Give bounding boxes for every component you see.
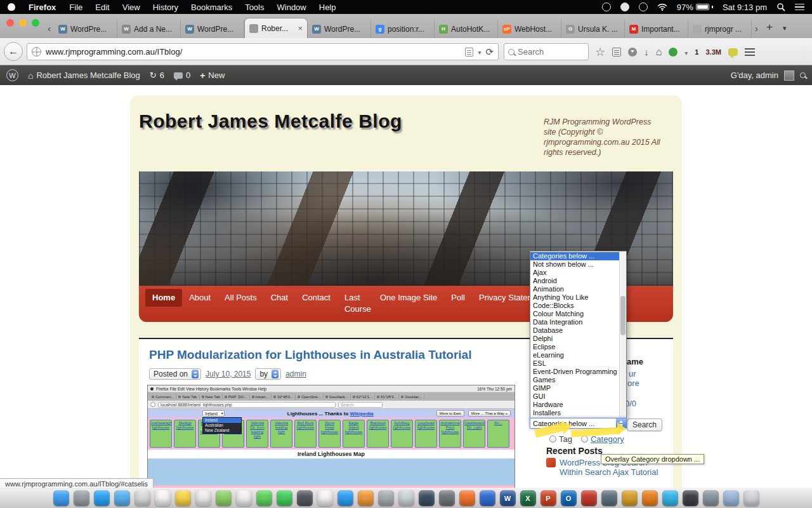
article-title[interactable]: PHP Modularization for Lighthouses in Au… (149, 348, 471, 362)
dock-icon-finder[interactable] (53, 490, 69, 506)
zoom-window-button[interactable] (32, 19, 39, 27)
dock-icon-outlook[interactable]: O (561, 490, 577, 506)
search-bar[interactable] (504, 43, 589, 60)
category-option[interactable]: Colour Matching (530, 310, 626, 318)
menubar-menu-item[interactable]: History (153, 3, 178, 12)
adminbar-search-icon[interactable] (800, 72, 806, 78)
category-option[interactable]: GIMP (530, 384, 626, 392)
dock-icon-photo-booth[interactable] (297, 490, 313, 506)
bookmark-star-icon[interactable] (595, 45, 605, 59)
nav-item[interactable]: Home (145, 289, 182, 307)
status-icon[interactable] (602, 3, 611, 11)
wifi-icon[interactable] (657, 3, 667, 11)
search-icon[interactable] (508, 49, 514, 55)
dock-icon-trash[interactable] (743, 490, 759, 506)
reader-mode-icon[interactable] (465, 48, 473, 57)
dock-icon-mysql[interactable] (622, 490, 638, 506)
browser-tab[interactable]: W Add a Ne... (117, 20, 181, 38)
nav-item[interactable]: All Posts (218, 289, 264, 307)
spotlight-icon[interactable] (776, 3, 785, 11)
site-title[interactable]: Robert James Metcalfe Blog (139, 110, 402, 132)
adminbar-greeting[interactable]: G'day, admin (731, 70, 778, 80)
menubar-menu-item[interactable]: Window (277, 3, 306, 12)
category-option[interactable]: Database (530, 326, 626, 335)
category-option[interactable]: eLearning (530, 351, 626, 359)
category-option[interactable]: Eclipse (530, 343, 626, 351)
firefox-menu-icon[interactable] (745, 48, 755, 56)
nav-item[interactable]: Poll (444, 289, 472, 307)
dropdown-scrollbar[interactable] (619, 251, 626, 418)
category-option[interactable]: Animation (530, 285, 626, 293)
url-text[interactable]: www.rjmprogramming.com.au/ITblog/ (46, 47, 461, 57)
menubar-menu-item[interactable]: View (122, 3, 140, 12)
back-button[interactable] (4, 42, 23, 61)
category-option[interactable]: Not shown below ... (530, 260, 626, 269)
dock-icon-time-machine[interactable] (419, 490, 435, 506)
reading-list-icon[interactable] (612, 48, 621, 57)
adminbar-new-button[interactable]: New (200, 70, 225, 81)
menubar-clock[interactable]: Sat 9:13 pm (723, 3, 767, 12)
dock-icon-messages[interactable] (256, 490, 272, 506)
dock-icon-itunes[interactable] (317, 490, 333, 506)
category-option[interactable]: Android (530, 277, 626, 285)
home-icon[interactable] (656, 46, 662, 58)
category-option[interactable]: GUI (530, 392, 626, 401)
dock-icon-facetime[interactable] (277, 490, 292, 506)
toolbar-caret-icon[interactable] (684, 46, 688, 58)
minimize-window-button[interactable] (19, 19, 27, 27)
downloads-icon[interactable] (644, 46, 649, 58)
category-option[interactable]: Anything You Like (530, 293, 626, 302)
dock-icon-vlc[interactable] (642, 490, 658, 506)
notification-center-icon[interactable] (795, 4, 804, 11)
post-author-link[interactable]: admin (285, 370, 306, 378)
dock-icon-firefox[interactable] (459, 490, 475, 506)
dock-icon-app-store[interactable] (337, 490, 353, 506)
url-bar[interactable]: www.rjmprogramming.com.au/ITblog/ (27, 43, 499, 60)
browser-tab[interactable]: W WordPre... (181, 20, 244, 38)
category-option[interactable]: Ajax (530, 269, 626, 277)
site-identity-globe-icon[interactable] (32, 47, 41, 57)
browser-tab[interactable]: g position:r... (371, 20, 435, 38)
dock-icon-activity-monitor[interactable] (703, 490, 719, 506)
dock-icon-github[interactable] (683, 490, 698, 506)
scroll-tabs-left-button[interactable] (44, 23, 54, 38)
category-option[interactable]: Games (530, 376, 626, 384)
wordpress-logo-icon[interactable] (6, 69, 18, 81)
dock-icon-excel[interactable]: X (520, 490, 536, 506)
menubar-menu-item[interactable]: Help (319, 3, 336, 12)
dock-icon-launchpad[interactable] (74, 490, 89, 506)
dock-icon-system-preferences[interactable] (378, 490, 394, 506)
dock-icon-contacts[interactable] (134, 490, 150, 506)
browser-tab[interactable]: M Important... (625, 20, 688, 38)
url-dropdown-icon[interactable] (478, 47, 481, 57)
nav-item[interactable]: About (182, 289, 218, 307)
radio-icon[interactable] (581, 436, 588, 443)
category-option[interactable]: Delphi (530, 335, 626, 343)
scrollbar-thumb[interactable] (620, 296, 625, 335)
browser-tab[interactable]: rjmprogr ... (688, 20, 752, 38)
nav-item[interactable]: Contact (295, 289, 337, 307)
dock-icon-photos[interactable] (236, 490, 252, 506)
adminbar-site-link[interactable]: Robert James Metcalfe Blog (28, 70, 140, 81)
dock-icon-ibooks[interactable] (358, 490, 374, 506)
dock-icon-downloads[interactable] (723, 490, 739, 506)
nav-item[interactable]: One Image Site (373, 289, 444, 307)
category-option[interactable]: Categories below ... (530, 252, 626, 260)
search-input[interactable] (518, 47, 584, 57)
tag-radio[interactable]: Tag (549, 434, 572, 444)
menubar-app-name[interactable]: Firefox (29, 3, 56, 12)
dock-icon-maps[interactable] (216, 490, 232, 506)
radio-icon[interactable] (549, 436, 556, 443)
category-option[interactable]: ESL (530, 359, 626, 368)
category-option[interactable]: Event-Driven Programming (530, 368, 626, 376)
category-option[interactable]: Code::Blocks (530, 302, 626, 310)
close-window-button[interactable] (6, 19, 14, 27)
dock-icon-notes[interactable] (175, 490, 191, 506)
category-option[interactable]: Data Integration (530, 318, 626, 326)
sidebar-link-fragment[interactable]: ore (627, 378, 639, 388)
status-icon[interactable] (620, 3, 629, 11)
browser-tab[interactable]: Rober... (244, 18, 308, 38)
category-option[interactable]: Hardware (530, 401, 626, 409)
by-select[interactable]: by (255, 368, 281, 380)
reload-icon[interactable] (485, 46, 494, 58)
